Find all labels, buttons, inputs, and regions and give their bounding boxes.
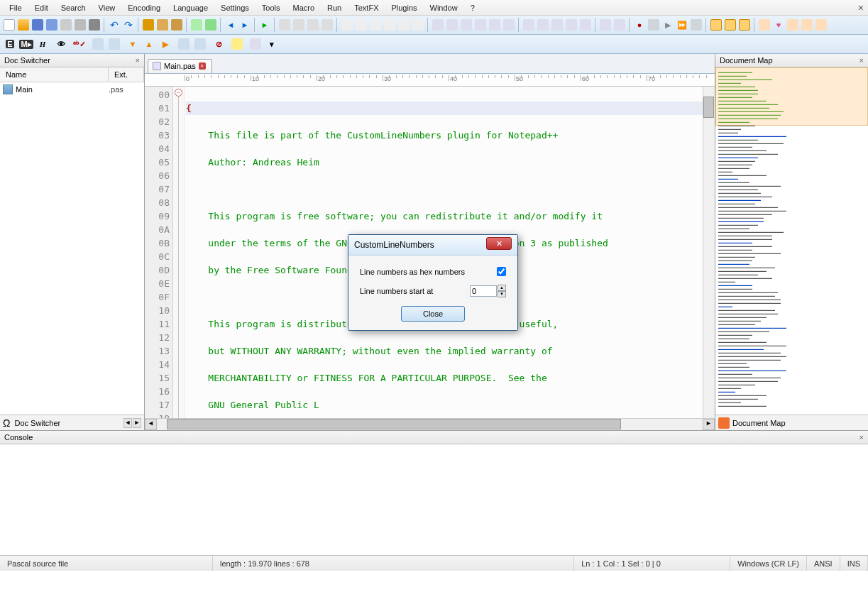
tab-close-icon[interactable]: × <box>199 62 206 70</box>
indent-icon[interactable] <box>432 18 444 31</box>
menu-help[interactable]: ? <box>464 1 481 14</box>
save-icon[interactable] <box>31 18 44 31</box>
status-ins[interactable]: INS <box>840 556 868 571</box>
menu-settings[interactable]: Settings <box>214 1 256 14</box>
open-file-icon[interactable] <box>17 18 30 31</box>
stop-macro-icon[interactable] <box>647 18 660 31</box>
zoom-out-icon[interactable] <box>292 18 305 31</box>
doc-switcher-item[interactable]: Main .pas <box>0 82 144 97</box>
undo-icon[interactable]: ↶ <box>108 18 121 31</box>
doc-switcher-col-ext[interactable]: Ext. <box>109 67 144 82</box>
udl-icon[interactable] <box>369 18 382 31</box>
console-body[interactable] <box>0 444 868 555</box>
panel-arrow-left-icon[interactable]: ◄ <box>123 418 132 428</box>
grid1-icon[interactable] <box>599 18 612 31</box>
align-left-icon[interactable] <box>488 18 501 31</box>
tab-main-pas[interactable]: Main.pas × <box>148 59 212 73</box>
menu-search[interactable]: Search <box>55 1 92 14</box>
nppexec-icon[interactable]: ⊘ <box>211 38 226 50</box>
omega-icon[interactable]: Ω <box>3 417 10 429</box>
menu-textfx[interactable]: TextFX <box>348 1 385 14</box>
menu-macro[interactable]: Macro <box>286 1 321 14</box>
play-macro-icon[interactable]: ▶ <box>661 18 674 31</box>
spinner-down-icon[interactable]: ▼ <box>498 291 506 297</box>
folder-ws-icon[interactable] <box>412 18 424 31</box>
uncomment-icon[interactable] <box>474 18 487 31</box>
menu-plugins[interactable]: Plugins <box>385 1 423 14</box>
save-macro-icon[interactable] <box>690 18 703 31</box>
eye-icon[interactable]: 👁 <box>54 38 68 50</box>
func-list-icon[interactable] <box>397 18 410 31</box>
plugin-highlight3-icon[interactable] <box>738 18 751 31</box>
plugin-heart-icon[interactable]: ♥ <box>772 18 785 31</box>
misc2-icon[interactable] <box>537 18 549 31</box>
find-icon[interactable] <box>190 18 203 31</box>
dialog-close-icon[interactable]: ✕ <box>486 237 512 250</box>
document-map[interactable]: ▬▬▬▬▬▬▬▬▬▬▬▬▬▬▬▬▬▬▬▬▬▬▬▬▬▬▬▬▬▬▬▬▬▬▬▬▬▬▬▬… <box>715 67 868 415</box>
window-close-icon[interactable]: × <box>858 2 864 13</box>
document-map-viewport[interactable] <box>715 67 868 126</box>
menu-window[interactable]: Window <box>424 1 464 14</box>
comment-icon[interactable] <box>460 18 473 31</box>
misc1-icon[interactable] <box>522 18 535 31</box>
arrow-right-orange-icon[interactable]: ▶ <box>158 38 172 50</box>
zoom-in-icon[interactable] <box>278 18 291 31</box>
start-at-input[interactable] <box>470 285 497 297</box>
menu-encoding[interactable]: Encoding <box>121 1 167 14</box>
spellcheck-icon[interactable]: ᵃᵇ✓ <box>72 38 87 50</box>
spinner-up-icon[interactable]: ▲ <box>498 285 506 291</box>
vertical-scrollbar[interactable] <box>703 87 715 418</box>
header-icon[interactable]: H <box>35 38 50 50</box>
document-map-footer-label[interactable]: Document Map <box>732 419 786 427</box>
close-file-icon[interactable] <box>60 18 72 31</box>
explorer-icon[interactable]: E <box>3 38 17 50</box>
bookmark-icon[interactable] <box>230 38 244 50</box>
arrow-down-orange-icon[interactable]: ▼ <box>126 38 140 50</box>
plugin-highlight2-icon[interactable] <box>724 18 737 31</box>
record-macro-icon[interactable]: ● <box>633 18 646 31</box>
outdent-icon[interactable] <box>446 18 458 31</box>
doc-map-icon[interactable] <box>383 18 396 31</box>
plugin-b-icon[interactable] <box>786 18 799 31</box>
show-all-char-icon[interactable] <box>341 18 353 31</box>
list-icon[interactable] <box>193 38 207 50</box>
new-file-icon[interactable] <box>3 18 16 31</box>
document-map-footer-icon[interactable] <box>718 417 730 429</box>
save-all-icon[interactable] <box>45 18 58 31</box>
plugin-a-icon[interactable] <box>758 18 771 31</box>
panel-arrow-right-icon[interactable]: ► <box>133 418 141 428</box>
nav-up-icon[interactable] <box>107 38 121 50</box>
status-eol[interactable]: Windows (CR LF) <box>730 556 807 571</box>
run-arrow-icon[interactable]: ► <box>258 18 271 31</box>
menu-language[interactable]: Language <box>167 1 214 14</box>
plugin-d-icon[interactable] <box>815 18 828 31</box>
box-icon[interactable] <box>248 38 263 50</box>
indent-guide-icon[interactable] <box>355 18 368 31</box>
dropdown-icon[interactable]: ▾ <box>265 38 279 50</box>
console-close-icon[interactable]: × <box>859 433 864 442</box>
plugin-c-icon[interactable] <box>801 18 813 31</box>
menu-run[interactable]: Run <box>321 1 348 14</box>
misc5-icon[interactable] <box>579 18 592 31</box>
fold-minus-icon[interactable]: − <box>175 89 182 97</box>
plugin-highlight1-icon[interactable] <box>710 18 723 31</box>
close-all-icon[interactable] <box>74 18 87 31</box>
paste-icon[interactable] <box>170 18 183 31</box>
grid2-icon[interactable] <box>613 18 626 31</box>
cut-icon[interactable] <box>142 18 155 31</box>
hscroll-left-icon[interactable]: ◄ <box>145 419 157 430</box>
menu-file[interactable]: File <box>3 1 28 14</box>
nav-down-icon[interactable] <box>91 38 105 50</box>
print-icon[interactable] <box>88 18 101 31</box>
panel-icon[interactable] <box>177 38 191 50</box>
arrow-up-orange-icon[interactable]: ▲ <box>142 38 156 50</box>
menu-view[interactable]: View <box>92 1 122 14</box>
nav-fwd-icon[interactable]: ► <box>238 18 251 31</box>
hscroll-right-icon[interactable]: ► <box>703 419 715 430</box>
menu-tools[interactable]: Tools <box>256 1 287 14</box>
copy-icon[interactable] <box>156 18 169 31</box>
sync-scroll-icon[interactable] <box>307 18 319 31</box>
menu-edit[interactable]: Edit <box>28 1 55 14</box>
align-right-icon[interactable] <box>502 18 515 31</box>
misc3-icon[interactable] <box>551 18 564 31</box>
